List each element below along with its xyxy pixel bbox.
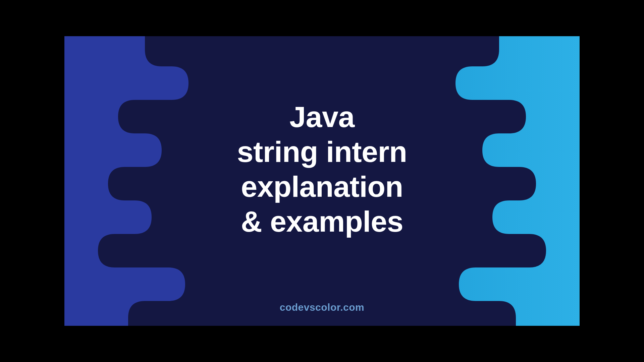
title-line-3: explanation [171, 169, 473, 204]
title-line-2: string intern [171, 135, 473, 170]
title-line-1: Java [171, 100, 473, 135]
title-line-4: & examples [171, 204, 473, 239]
banner-canvas: Java string intern explanation & example… [64, 36, 580, 326]
main-title: Java string intern explanation & example… [171, 100, 473, 239]
credit-text: codevscolor.com [280, 302, 365, 313]
